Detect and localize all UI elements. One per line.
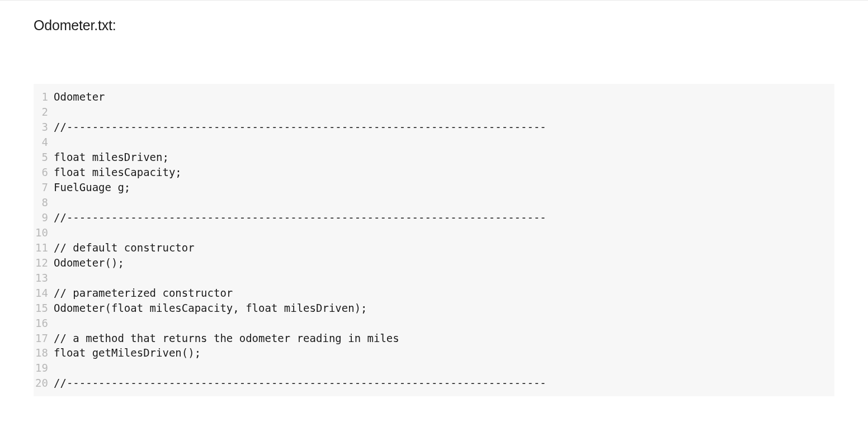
line-content <box>54 360 834 376</box>
line-content <box>54 271 834 286</box>
code-line: 9//-------------------------------------… <box>34 210 834 225</box>
code-line: 7FuelGuage g; <box>34 180 834 195</box>
line-content: float milesDriven; <box>54 150 834 165</box>
line-content <box>54 225 834 240</box>
top-divider <box>0 0 868 1</box>
code-line: 2 <box>34 105 834 120</box>
line-number: 7 <box>34 180 54 195</box>
code-line: 5float milesDriven; <box>34 150 834 165</box>
line-content: //--------------------------------------… <box>54 120 834 135</box>
line-number: 18 <box>34 345 54 360</box>
line-content <box>54 135 834 150</box>
line-number: 17 <box>34 331 54 346</box>
line-content: float milesCapacity; <box>54 165 834 180</box>
code-line: 16 <box>34 316 834 331</box>
line-content: // parameterized constructor <box>54 286 834 301</box>
code-line: 10 <box>34 225 834 240</box>
line-number: 12 <box>34 255 54 271</box>
line-number: 1 <box>34 89 54 105</box>
content-container: Odometer.txt: 1Odometer23//-------------… <box>0 17 868 396</box>
line-content: Odometer(float milesCapacity, float mile… <box>54 301 834 316</box>
line-content <box>54 105 834 120</box>
line-content <box>54 195 834 210</box>
line-content: FuelGuage g; <box>54 180 834 195</box>
line-number: 9 <box>34 210 54 225</box>
line-content <box>54 316 834 331</box>
line-number: 3 <box>34 120 54 135</box>
code-line: 1Odometer <box>34 89 834 105</box>
code-line: 14// parameterized constructor <box>34 286 834 301</box>
line-number: 10 <box>34 225 54 240</box>
line-number: 8 <box>34 195 54 210</box>
line-content: //--------------------------------------… <box>54 210 834 225</box>
line-content: // a method that returns the odometer re… <box>54 331 834 346</box>
code-line: 11// default constructor <box>34 240 834 255</box>
line-number: 20 <box>34 376 54 391</box>
line-number: 4 <box>34 135 54 150</box>
line-content: //--------------------------------------… <box>54 376 834 391</box>
code-line: 4 <box>34 135 834 150</box>
code-line: 6float milesCapacity; <box>34 165 834 180</box>
code-line: 19 <box>34 360 834 376</box>
code-line: 3//-------------------------------------… <box>34 120 834 135</box>
line-number: 13 <box>34 271 54 286</box>
line-content: float getMilesDriven(); <box>54 345 834 360</box>
line-content: Odometer <box>54 89 834 105</box>
line-number: 15 <box>34 301 54 316</box>
code-line: 17// a method that returns the odometer … <box>34 331 834 346</box>
file-heading: Odometer.txt: <box>34 17 834 34</box>
code-block: 1Odometer23//---------------------------… <box>34 84 834 396</box>
line-number: 5 <box>34 150 54 165</box>
code-line: 15Odometer(float milesCapacity, float mi… <box>34 301 834 316</box>
line-number: 2 <box>34 105 54 120</box>
line-number: 14 <box>34 286 54 301</box>
line-content: Odometer(); <box>54 255 834 271</box>
line-number: 16 <box>34 316 54 331</box>
line-content: // default constructor <box>54 240 834 255</box>
code-line: 20//------------------------------------… <box>34 376 834 391</box>
line-number: 11 <box>34 240 54 255</box>
code-line: 13 <box>34 271 834 286</box>
code-line: 18float getMilesDriven(); <box>34 345 834 360</box>
code-line: 12Odometer(); <box>34 255 834 271</box>
line-number: 6 <box>34 165 54 180</box>
code-line: 8 <box>34 195 834 210</box>
line-number: 19 <box>34 360 54 376</box>
